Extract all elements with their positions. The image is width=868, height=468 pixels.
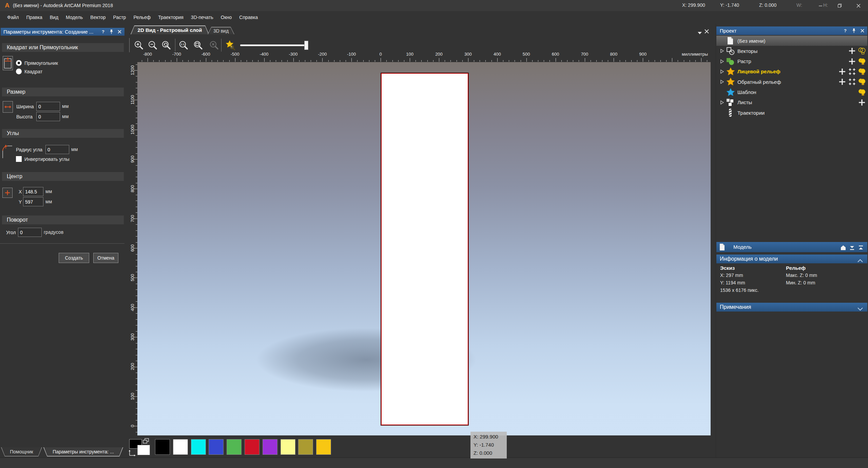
tree-item-Векторы[interactable]: Векторы xyxy=(716,46,867,56)
add-icon[interactable] xyxy=(847,47,857,55)
menu-Модель[interactable]: Модель xyxy=(62,11,86,24)
palette-swatch[interactable] xyxy=(316,439,331,455)
h-ruler-label: 200 xyxy=(429,52,449,57)
close-icon[interactable] xyxy=(859,27,865,34)
bulb-on-icon[interactable] xyxy=(857,77,867,86)
collapse-up-icon[interactable] xyxy=(858,244,864,254)
secondary-color-swatch[interactable] xyxy=(137,445,150,455)
palette-swatch[interactable] xyxy=(263,439,277,455)
drawing-canvas[interactable] xyxy=(137,62,711,435)
menu-Рельеф[interactable]: Рельеф xyxy=(130,11,154,24)
view-close-icon[interactable] xyxy=(705,29,709,35)
tree-item-Шаблон[interactable]: Шаблон xyxy=(716,87,867,97)
radio-rectangle[interactable] xyxy=(16,60,22,66)
model-sheet[interactable] xyxy=(381,73,468,425)
pin-icon[interactable] xyxy=(108,29,114,35)
bulb-on-icon[interactable] xyxy=(857,67,867,76)
palette-swatch[interactable] xyxy=(281,439,295,455)
pin-icon[interactable] xyxy=(851,27,857,34)
angle-input[interactable] xyxy=(18,228,42,237)
tree-item-Лицевой рельеф[interactable]: Лицевой рельеф xyxy=(716,67,867,77)
model-info-header[interactable]: Информация о модели xyxy=(716,255,867,263)
palette-swatch[interactable] xyxy=(155,439,170,455)
tab-scroll-caret-icon[interactable] xyxy=(697,30,702,36)
palette-swatch[interactable] xyxy=(245,439,259,455)
bulb-off-icon[interactable] xyxy=(857,46,867,55)
menu-Правка[interactable]: Правка xyxy=(22,11,46,24)
expander-icon[interactable] xyxy=(718,100,726,105)
expand-down-icon[interactable] xyxy=(849,244,855,254)
close-button[interactable] xyxy=(849,0,868,11)
add-multi-icon[interactable] xyxy=(847,78,857,86)
bulb-on-icon[interactable] xyxy=(857,88,867,97)
bulb-on-icon[interactable] xyxy=(857,57,867,66)
expander-icon[interactable] xyxy=(718,49,726,53)
create-button[interactable]: Создать xyxy=(59,253,89,263)
tool-panel-header[interactable]: Параметры инструмента: Создание ... ? xyxy=(1,28,124,36)
center-x-input[interactable] xyxy=(23,187,43,196)
add-icon[interactable] xyxy=(847,57,857,65)
menu-3D-печать[interactable]: 3D-печать xyxy=(187,11,217,24)
tree-item-Обратный рельеф[interactable]: Обратный рельеф xyxy=(716,77,867,87)
cancel-button[interactable]: Отмена xyxy=(93,253,118,263)
radio-square[interactable] xyxy=(16,69,22,74)
height-input[interactable] xyxy=(36,112,60,121)
tree-item-(Без имени)[interactable]: (Без имени) xyxy=(716,36,867,46)
menu-Окно[interactable]: Окно xyxy=(217,11,236,24)
help-icon[interactable]: ? xyxy=(842,27,848,34)
restore-button[interactable] xyxy=(830,0,849,11)
zoom-in-icon[interactable] xyxy=(134,40,144,50)
model-bar[interactable]: Модель xyxy=(716,242,867,252)
zoom-selection-icon[interactable] xyxy=(209,40,219,50)
menu-Траектория[interactable]: Траектория xyxy=(154,11,187,24)
zoom-slider-handle[interactable] xyxy=(304,41,308,50)
zoom-out-icon[interactable] xyxy=(148,40,158,50)
palette-swatch[interactable] xyxy=(209,439,224,455)
expander-icon[interactable] xyxy=(718,69,726,74)
expander-icon[interactable] xyxy=(718,79,726,84)
tree-item-Растр[interactable]: Растр xyxy=(716,56,867,67)
center-x-label: X xyxy=(19,189,22,195)
tab-2d-view[interactable]: 2D Вид - Растровый слой xyxy=(131,25,209,34)
palette-swatch[interactable] xyxy=(227,439,242,455)
h-ruler-tick xyxy=(194,60,194,62)
add-multi-icon[interactable] xyxy=(847,68,857,76)
menu-Растр[interactable]: Растр xyxy=(110,11,130,24)
center-y-input[interactable] xyxy=(23,197,43,206)
h-ruler-tick xyxy=(392,60,393,62)
relief-preview-icon[interactable] xyxy=(225,40,235,50)
add-icon[interactable] xyxy=(837,68,847,76)
width-input[interactable] xyxy=(36,102,60,111)
tree-item-Листы[interactable]: Листы xyxy=(716,97,867,108)
palette-swatch[interactable] xyxy=(173,439,188,455)
tool-panel-title: Параметры инструмента: Создание ... xyxy=(3,29,93,35)
menu-Справка[interactable]: Справка xyxy=(235,11,262,24)
close-icon[interactable] xyxy=(116,29,122,35)
tree-item-Траектории[interactable]: Траектории xyxy=(716,108,867,118)
zoom-fit-icon[interactable] xyxy=(193,40,203,50)
menu-Файл[interactable]: Файл xyxy=(3,11,22,24)
palette-swatch[interactable] xyxy=(298,439,313,455)
section-corners: Углы xyxy=(2,129,124,138)
swap-colors-icon[interactable] xyxy=(143,438,150,445)
palette-swatch[interactable] xyxy=(191,439,206,455)
tab-3d-view[interactable]: 3D вид xyxy=(208,27,234,34)
chevron-down-icon[interactable] xyxy=(857,305,863,314)
add-icon[interactable] xyxy=(857,98,867,107)
tab-tool-options[interactable]: Параметры инструмента: ... xyxy=(43,447,123,456)
menu-Вектор[interactable]: Вектор xyxy=(86,11,109,24)
project-panel-header[interactable]: Проект ? xyxy=(716,26,867,35)
add-icon[interactable] xyxy=(837,78,847,86)
chevron-up-icon[interactable] xyxy=(857,257,863,265)
corner-radius-input[interactable] xyxy=(45,145,69,154)
tab-assistant[interactable]: Помощник xyxy=(1,447,42,456)
menu-Вид[interactable]: Вид xyxy=(46,11,62,24)
help-icon[interactable]: ? xyxy=(100,29,106,35)
zoom-previous-icon[interactable] xyxy=(161,40,171,50)
notes-header[interactable]: Примечания xyxy=(716,303,867,312)
zoom-1-1-icon[interactable]: 1:1 xyxy=(178,40,189,50)
zoom-slider-track[interactable] xyxy=(240,44,307,46)
expander-icon[interactable] xyxy=(718,59,726,64)
model-home-icon[interactable] xyxy=(840,244,846,254)
invert-corners-checkbox[interactable] xyxy=(16,156,22,162)
